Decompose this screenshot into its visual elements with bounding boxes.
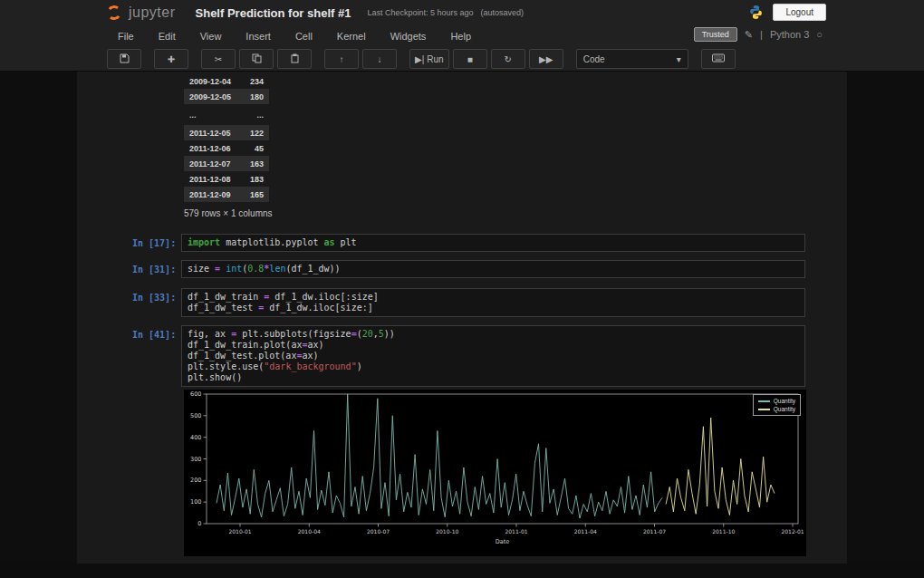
checkpoint-status: Last Checkpoint: 5 hours ago [367, 8, 473, 17]
svg-text:200: 200 [190, 477, 201, 484]
input-prompt: In [33]: [132, 293, 178, 303]
menu-kernel[interactable]: Kernel [337, 31, 366, 42]
row-date: ... [189, 111, 197, 120]
kernel-separator: | [760, 29, 763, 40]
svg-text:2010-04: 2010-04 [298, 528, 321, 535]
row-date: 2011-12-07 [189, 159, 231, 169]
code-line: df_1_dw_test = df_1_dw.iloc[size:] [188, 303, 799, 313]
dataframe-summary: 579 rows × 1 columns [184, 208, 273, 218]
cell-type-value: Code [583, 54, 605, 64]
code-line: fig, ax = plt.subplots(figsize=(20,5)) [188, 329, 799, 340]
svg-text:Date: Date [496, 538, 510, 545]
table-row: 2011-12-0645 [184, 140, 269, 156]
row-date: 2009-12-05 [189, 92, 231, 101]
code-input[interactable]: fig, ax = plt.subplots(figsize=(20,5))df… [181, 325, 805, 387]
row-value: 165 [250, 190, 264, 199]
cell-type-dropdown[interactable]: Code▾ [576, 49, 688, 69]
dataframe-output-table: 2009-12-042342009-12-05180......2011-12-… [184, 73, 269, 202]
stop-button[interactable]: ■ [453, 49, 487, 69]
menu-edit[interactable]: Edit [159, 31, 176, 42]
code-line: plt.show() [188, 372, 799, 383]
trusted-badge[interactable]: Trusted [694, 27, 737, 42]
toolbar: ✚✂↑↓▶|Run■↻▶▶Code▾ [107, 47, 736, 71]
svg-text:2011-01: 2011-01 [505, 528, 527, 535]
table-row: 2011-12-05122 [184, 125, 269, 140]
quantity-timeseries-chart: 01002003004005006002010-012010-042010-07… [184, 390, 806, 556]
command-palette-button[interactable] [701, 49, 736, 69]
code-line: df_1_dw_train = df_1_dw.iloc[:size] [188, 292, 799, 303]
svg-text:2010-01: 2010-01 [228, 528, 251, 535]
row-value: 163 [250, 159, 264, 169]
svg-text:2012-01: 2012-01 [781, 528, 804, 535]
svg-text:2010-07: 2010-07 [367, 528, 390, 535]
svg-text:2011-07: 2011-07 [643, 528, 666, 535]
menubar: FileEditViewInsertCellKernelWidgetsHelp [118, 25, 471, 47]
code-line: plt.style.use("dark_background") [188, 361, 799, 372]
legend-label: Quantity [774, 406, 795, 412]
left-margin [0, 72, 77, 578]
table-row: 2011-12-07163 [184, 156, 269, 171]
row-value: 183 [250, 175, 264, 184]
svg-text:600: 600 [190, 390, 201, 398]
menu-cell[interactable]: Cell [295, 31, 313, 42]
legend-label: Quantity [774, 398, 795, 404]
logout-button[interactable]: Logout [773, 4, 826, 21]
code-line: size = int(0.8*len(df_1_dw)) [188, 264, 799, 275]
menu-view[interactable]: View [200, 31, 222, 42]
code-input[interactable]: size = int(0.8*len(df_1_dw)) [181, 260, 805, 278]
svg-text:500: 500 [190, 412, 201, 419]
arrow-down-icon: ↓ [378, 54, 382, 64]
restart-run-all-button[interactable]: ▶▶ [529, 49, 563, 69]
copy-cell-button[interactable] [239, 49, 274, 69]
title-row: jupyter Shelf Prediction for shelf #1 La… [107, 0, 524, 25]
python-logo-icon [748, 5, 764, 20]
row-value: 45 [255, 144, 264, 153]
header-right: Logout [748, 4, 826, 21]
svg-text:100: 100 [190, 498, 201, 506]
restart-icon: ↻ [504, 54, 511, 64]
svg-text:300: 300 [190, 456, 201, 463]
move-cell-up-button[interactable]: ↑ [324, 49, 359, 69]
menu-insert[interactable]: Insert [245, 31, 271, 42]
edit-mode-pencil-icon: ✎ [745, 29, 753, 41]
legend-entry: Quantity [758, 405, 795, 413]
menu-right: Trusted ✎ | Python 3 ○ [694, 27, 823, 42]
row-date: 2011-12-06 [189, 144, 231, 153]
code-input[interactable]: df_1_dw_train = df_1_dw.iloc[:size]df_1_… [181, 288, 805, 317]
menu-widgets[interactable]: Widgets [390, 31, 427, 42]
code-input[interactable]: import matplotlib.pyplot as plt [181, 234, 805, 252]
keyboard-icon [712, 53, 725, 64]
paste-cell-button[interactable] [277, 49, 312, 69]
header: jupyter Shelf Prediction for shelf #1 La… [0, 0, 924, 72]
row-date: 2009-12-04 [189, 77, 231, 86]
restart-kernel-button[interactable]: ↻ [491, 49, 525, 69]
floppy-icon [120, 53, 130, 65]
chevron-down-icon: ▾ [677, 54, 681, 64]
step-forward-icon: ▶| [415, 54, 424, 64]
svg-text:2010-10: 2010-10 [436, 528, 458, 535]
table-row: ...... [184, 107, 269, 122]
add-cell-button[interactable]: ✚ [154, 49, 188, 69]
plus-icon: ✚ [168, 54, 175, 64]
input-prompt: In [17]: [132, 238, 178, 248]
row-value: 122 [250, 129, 264, 138]
table-row: 2011-12-08183 [184, 171, 269, 187]
copy-icon [252, 53, 262, 65]
legend-line-swatch [758, 409, 770, 410]
svg-text:2011-04: 2011-04 [574, 528, 597, 535]
code-line: df_1_dw_test.plot(ax=ax) [188, 351, 799, 361]
fast-forward-icon: ▶▶ [539, 54, 553, 64]
move-cell-down-button[interactable]: ↓ [362, 49, 397, 69]
menu-help[interactable]: Help [450, 31, 471, 42]
right-margin [847, 72, 924, 578]
chart-output: 01002003004005006002010-012010-042010-07… [184, 390, 806, 556]
run-button[interactable]: ▶|Run [409, 49, 449, 69]
chart-legend: QuantityQuantity [753, 394, 801, 416]
notebook-title[interactable]: Shelf Prediction for shelf #1 [196, 6, 351, 20]
autosave-status: (autosaved) [481, 8, 525, 17]
scissors-icon: ✂ [215, 54, 222, 64]
save-button[interactable] [107, 49, 141, 69]
row-date: 2011-12-09 [189, 190, 231, 199]
cut-cell-button[interactable]: ✂ [201, 49, 236, 69]
menu-file[interactable]: File [118, 31, 134, 42]
